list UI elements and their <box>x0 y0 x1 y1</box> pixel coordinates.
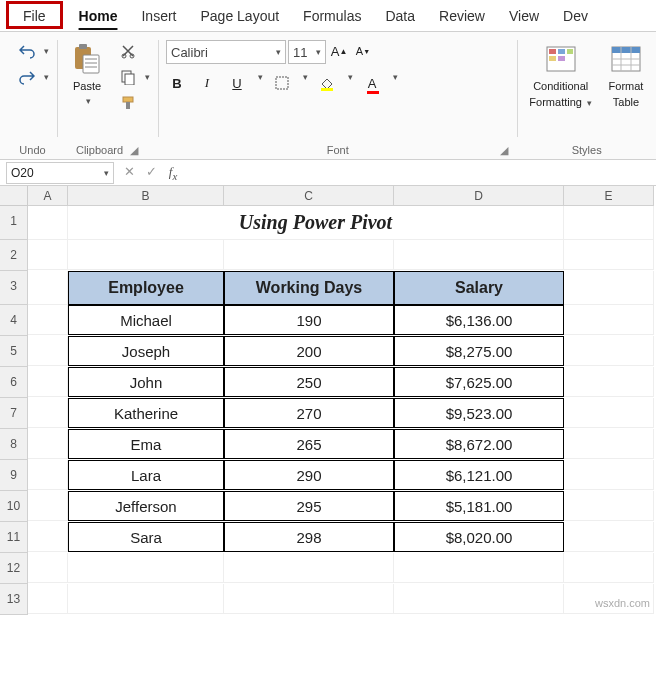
formula-input[interactable] <box>188 162 656 184</box>
enter-formula-button[interactable]: ✓ <box>142 164 160 182</box>
table-cell-salary-6[interactable]: $5,181.00 <box>394 491 564 521</box>
cell-b2[interactable] <box>68 240 224 270</box>
fill-color-button[interactable] <box>316 72 338 94</box>
copy-button[interactable] <box>117 66 139 88</box>
name-box[interactable]: O20 ▾ <box>6 162 114 184</box>
row-header-3[interactable]: 3 <box>0 271 28 305</box>
table-cell-salary-2[interactable]: $7,625.00 <box>394 367 564 397</box>
cut-button[interactable] <box>117 40 139 62</box>
table-cell-days-1[interactable]: 200 <box>224 336 394 366</box>
cell-b13[interactable] <box>68 584 224 614</box>
table-cell-salary-4[interactable]: $8,672.00 <box>394 429 564 459</box>
row-header-2[interactable]: 2 <box>0 240 28 271</box>
col-header-e[interactable]: E <box>564 186 654 206</box>
table-cell-employee-4[interactable]: Ema <box>68 429 224 459</box>
col-header-a[interactable]: A <box>28 186 68 206</box>
cell-d2[interactable] <box>394 240 564 270</box>
table-cell-salary-5[interactable]: $6,121.00 <box>394 460 564 490</box>
cell-a3[interactable] <box>28 271 68 305</box>
table-cell-days-0[interactable]: 190 <box>224 305 394 335</box>
paste-button[interactable]: Paste ▾ <box>65 40 109 108</box>
row-header-6[interactable]: 6 <box>0 367 28 398</box>
cell-e12[interactable] <box>564 553 654 583</box>
col-header-d[interactable]: D <box>394 186 564 206</box>
cell-e10[interactable] <box>564 491 654 521</box>
row-header-12[interactable]: 12 <box>0 553 28 584</box>
row-header-8[interactable]: 8 <box>0 429 28 460</box>
tab-page-layout[interactable]: Page Layout <box>188 0 291 32</box>
cell-c2[interactable] <box>224 240 394 270</box>
worksheet-grid[interactable]: A B C D E 1 Using Power Pivot 2 3 Employ… <box>0 186 656 615</box>
table-cell-salary-1[interactable]: $8,275.00 <box>394 336 564 366</box>
cell-e6[interactable] <box>564 367 654 397</box>
tab-data[interactable]: Data <box>373 0 427 32</box>
tab-file[interactable]: File <box>6 1 63 29</box>
row-header-11[interactable]: 11 <box>0 522 28 553</box>
borders-button[interactable] <box>271 72 293 94</box>
cell-a10[interactable] <box>28 491 68 521</box>
cell-a8[interactable] <box>28 429 68 459</box>
cell-a2[interactable] <box>28 240 68 270</box>
table-cell-days-2[interactable]: 250 <box>224 367 394 397</box>
format-as-table-button[interactable]: Format Table <box>604 40 648 110</box>
col-header-c[interactable]: C <box>224 186 394 206</box>
italic-button[interactable]: I <box>196 72 218 94</box>
cell-d13[interactable] <box>394 584 564 614</box>
undo-button[interactable] <box>16 40 38 62</box>
fill-color-dropdown[interactable]: ▾ <box>348 72 353 94</box>
table-header-employee[interactable]: Employee <box>68 271 224 305</box>
cell-e7[interactable] <box>564 398 654 428</box>
font-color-button[interactable]: A <box>361 72 383 94</box>
undo-dropdown[interactable]: ▾ <box>44 46 49 56</box>
font-name-combo[interactable]: Calibri ▾ <box>166 40 286 64</box>
table-cell-days-3[interactable]: 270 <box>224 398 394 428</box>
cancel-formula-button[interactable]: ✕ <box>120 164 138 182</box>
table-cell-employee-5[interactable]: Lara <box>68 460 224 490</box>
table-header-working-days[interactable]: Working Days <box>224 271 394 305</box>
underline-button[interactable]: U <box>226 72 248 94</box>
row-header-10[interactable]: 10 <box>0 491 28 522</box>
row-header-9[interactable]: 9 <box>0 460 28 491</box>
select-all-corner[interactable] <box>0 186 28 206</box>
cell-e4[interactable] <box>564 305 654 335</box>
row-header-1[interactable]: 1 <box>0 206 28 240</box>
table-cell-salary-3[interactable]: $9,523.00 <box>394 398 564 428</box>
fx-icon[interactable]: fx <box>164 164 182 182</box>
redo-button[interactable] <box>16 66 38 88</box>
underline-dropdown[interactable]: ▾ <box>258 72 263 94</box>
cell-a7[interactable] <box>28 398 68 428</box>
table-cell-employee-6[interactable]: Jefferson <box>68 491 224 521</box>
redo-dropdown[interactable]: ▾ <box>44 72 49 82</box>
table-cell-employee-2[interactable]: John <box>68 367 224 397</box>
cell-e8[interactable] <box>564 429 654 459</box>
cell-e11[interactable] <box>564 522 654 552</box>
borders-dropdown[interactable]: ▾ <box>303 72 308 94</box>
cell-c12[interactable] <box>224 553 394 583</box>
cell-e5[interactable] <box>564 336 654 366</box>
table-cell-days-6[interactable]: 295 <box>224 491 394 521</box>
table-cell-days-5[interactable]: 290 <box>224 460 394 490</box>
paste-dropdown[interactable]: ▾ <box>86 96 91 106</box>
cell-e9[interactable] <box>564 460 654 490</box>
cell-b12[interactable] <box>68 553 224 583</box>
row-header-5[interactable]: 5 <box>0 336 28 367</box>
cell-a1[interactable] <box>28 206 68 240</box>
table-cell-employee-7[interactable]: Sara <box>68 522 224 552</box>
tab-developer[interactable]: Dev <box>551 0 600 32</box>
cell-a4[interactable] <box>28 305 68 335</box>
table-cell-salary-0[interactable]: $6,136.00 <box>394 305 564 335</box>
tab-formulas[interactable]: Formulas <box>291 0 373 32</box>
tab-review[interactable]: Review <box>427 0 497 32</box>
increase-font-button[interactable]: A▲ <box>328 40 350 62</box>
table-cell-employee-1[interactable]: Joseph <box>68 336 224 366</box>
cell-e3[interactable] <box>564 271 654 305</box>
decrease-font-button[interactable]: A▼ <box>352 40 374 62</box>
table-cell-days-4[interactable]: 265 <box>224 429 394 459</box>
table-cell-employee-0[interactable]: Michael <box>68 305 224 335</box>
cell-e1[interactable] <box>564 206 654 240</box>
tab-insert[interactable]: Insert <box>129 0 188 32</box>
row-header-13[interactable]: 13 <box>0 584 28 615</box>
table-cell-days-7[interactable]: 298 <box>224 522 394 552</box>
table-cell-employee-3[interactable]: Katherine <box>68 398 224 428</box>
table-cell-salary-7[interactable]: $8,020.00 <box>394 522 564 552</box>
